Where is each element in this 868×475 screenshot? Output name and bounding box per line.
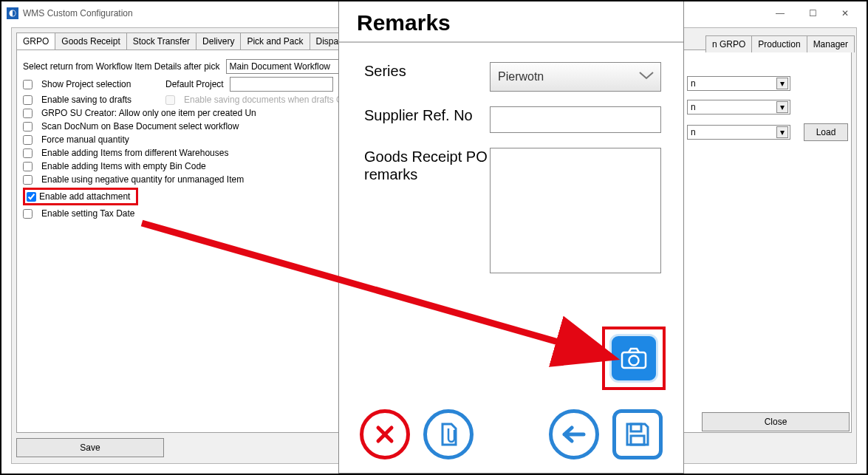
lbl-empty-bin: Enable adding Items with empty Bin Code bbox=[41, 161, 206, 171]
highlight-camera-button bbox=[602, 327, 666, 390]
chk-force-qty[interactable] bbox=[23, 135, 33, 145]
tab-return-grpo[interactable]: n GRPO bbox=[705, 35, 752, 52]
save-remarks-button[interactable] bbox=[612, 409, 663, 459]
close-window-button[interactable]: ✕ bbox=[829, 4, 861, 23]
back-icon bbox=[561, 426, 587, 443]
series-label: Series bbox=[364, 62, 490, 80]
minimize-button[interactable]: — bbox=[764, 4, 796, 23]
cancel-button[interactable] bbox=[360, 409, 410, 459]
chevron-down-icon: ▾ bbox=[776, 78, 788, 89]
chevron-down-icon: ▾ bbox=[776, 126, 788, 138]
lbl-enable-drafts-docs: Enable saving documents when drafts ON bbox=[184, 95, 349, 105]
chk-su-creator[interactable] bbox=[23, 109, 33, 118]
chk-add-attachment[interactable] bbox=[27, 192, 36, 202]
app-icon bbox=[7, 7, 18, 19]
tab-strip-right: n GRPO Production Manager bbox=[705, 35, 854, 52]
lbl-neg-qty: Enable using negative quantity for unman… bbox=[41, 174, 244, 185]
supplier-ref-input[interactable] bbox=[490, 106, 661, 133]
lbl-su-creator: GRPO SU Creator: Allow only one item per… bbox=[41, 108, 256, 118]
remarks-panel: Remarks Series Pierwotn Supplier Ref. No… bbox=[338, 1, 684, 474]
svg-rect-5 bbox=[631, 424, 641, 431]
select-return-label: Select return from Workflow Item Details… bbox=[23, 61, 220, 72]
lbl-diff-wh: Enable adding Items from different Wareh… bbox=[41, 148, 228, 158]
lbl-enable-drafts: Enable saving to drafts bbox=[41, 95, 160, 105]
chk-show-project[interactable] bbox=[23, 80, 33, 89]
lbl-show-project: Show Project selection bbox=[41, 79, 160, 89]
cancel-icon bbox=[374, 423, 396, 445]
chk-diff-wh[interactable] bbox=[23, 148, 33, 158]
save-icon bbox=[624, 421, 651, 448]
chevron-down-icon: ▾ bbox=[776, 101, 788, 113]
svg-rect-6 bbox=[631, 436, 644, 445]
window-title: WMS Custom Configuration bbox=[23, 8, 133, 18]
load-button[interactable]: Load bbox=[804, 123, 848, 141]
attachments-button[interactable] bbox=[423, 409, 474, 459]
right-settings-column: n▾ n▾ n▾Load bbox=[687, 73, 857, 144]
tab-manager[interactable]: Manager bbox=[807, 35, 855, 52]
attachments-icon bbox=[437, 421, 460, 448]
save-button[interactable]: Save bbox=[16, 438, 164, 457]
remarks-action-row bbox=[339, 409, 683, 459]
svg-point-2 bbox=[629, 356, 639, 366]
right-dd-3[interactable]: n▾ bbox=[687, 125, 790, 140]
tab-stock-transfer[interactable]: Stock Transfer bbox=[126, 33, 197, 49]
supplier-ref-label: Supplier Ref. No bbox=[364, 106, 490, 124]
lbl-force-qty: Force manual quantity bbox=[41, 134, 129, 145]
goods-remarks-textarea[interactable] bbox=[490, 148, 661, 273]
default-project-input[interactable] bbox=[230, 77, 333, 92]
back-button[interactable] bbox=[549, 409, 599, 459]
chevron-down-icon bbox=[638, 70, 655, 83]
chk-empty-bin[interactable] bbox=[23, 162, 33, 171]
tab-production[interactable]: Production bbox=[751, 35, 807, 52]
chk-neg-qty[interactable] bbox=[23, 175, 33, 185]
chk-scan-docnum[interactable] bbox=[23, 122, 33, 131]
highlight-enable-attachment: Enable add attachment bbox=[23, 188, 138, 205]
series-value: Pierwotn bbox=[498, 70, 544, 83]
goods-remarks-label: Goods Receipt PO remarks bbox=[364, 148, 490, 183]
tab-grpo[interactable]: GRPO bbox=[16, 33, 55, 49]
chk-tax-date[interactable] bbox=[23, 209, 33, 219]
chk-enable-drafts-docs bbox=[165, 95, 175, 105]
right-dd-2[interactable]: n▾ bbox=[687, 100, 790, 115]
tab-pick-and-pack[interactable]: Pick and Pack bbox=[240, 33, 310, 49]
series-dropdown[interactable]: Pierwotn bbox=[490, 62, 661, 92]
tab-delivery[interactable]: Delivery bbox=[196, 33, 241, 49]
camera-icon bbox=[621, 347, 647, 369]
close-button[interactable]: Close bbox=[702, 412, 850, 431]
tab-goods-receipt[interactable]: Goods Receipt bbox=[55, 33, 126, 49]
chk-enable-drafts[interactable] bbox=[23, 95, 33, 105]
select-return-value: Main Document Workflow bbox=[230, 61, 331, 72]
lbl-tax-date: Enable setting Tax Date bbox=[41, 208, 135, 219]
camera-button[interactable] bbox=[609, 334, 658, 383]
lbl-add-attachment: Enable add attachment bbox=[39, 191, 130, 202]
maximize-button[interactable]: ☐ bbox=[796, 4, 829, 23]
right-dd-1[interactable]: n▾ bbox=[687, 76, 790, 91]
remarks-title: Remarks bbox=[339, 1, 683, 43]
lbl-default-project: Default Project bbox=[165, 79, 224, 89]
lbl-scan-docnum: Scan DocNum on Base Document select work… bbox=[41, 121, 239, 131]
